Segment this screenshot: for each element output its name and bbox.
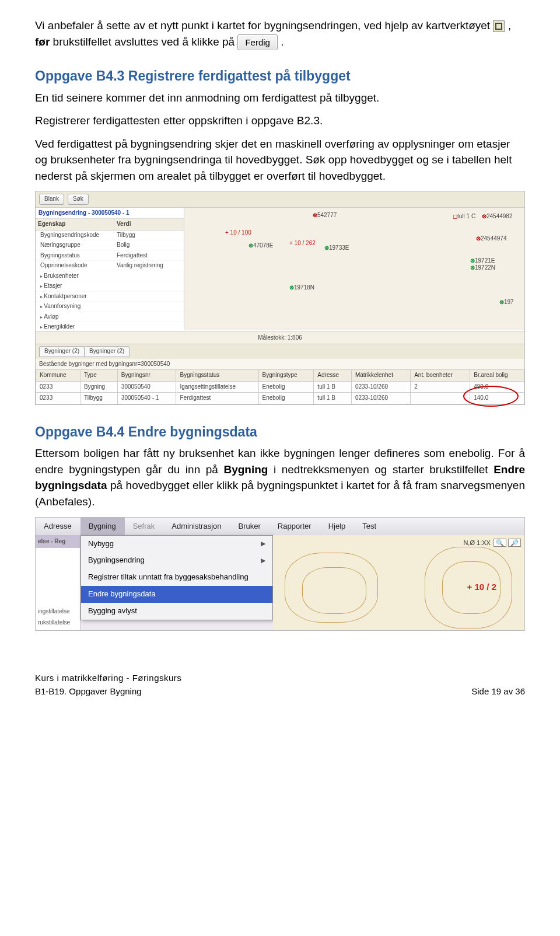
toolbar: Blank Søk (36, 191, 524, 208)
zoom-out-icon[interactable]: 🔎 (508, 539, 521, 547)
dropdown-label: Registrer tiltak unntatt fra byggesaksbe… (88, 572, 249, 583)
property-row[interactable]: NæringsgruppeBolig (36, 240, 184, 251)
dropdown-item[interactable]: Bygging avlyst (81, 603, 272, 620)
menu-item-administrasjon[interactable]: Administrasjon (163, 518, 230, 536)
sok-button[interactable]: Søk (68, 194, 89, 205)
square-marker-icon: ◻ (453, 213, 457, 219)
table-header[interactable]: Br.areal bolig (470, 370, 524, 382)
property-row[interactable]: BygningsstatusFerdigattest (36, 251, 184, 261)
table-cell: 2 (411, 381, 470, 393)
group-label: Kontaktpersoner (36, 292, 114, 302)
menu-item-rapporter[interactable]: Rapporter (270, 518, 320, 536)
screenshot-menu-dropdown: AdresseBygningSefrakAdministrasjonBruker… (35, 517, 525, 631)
map-label: + 10 / 100 (225, 229, 251, 236)
map-point[interactable]: ◻tull 1 C (453, 212, 475, 221)
submenu-arrow-icon: ▶ (261, 556, 265, 565)
map-point[interactable]: ⊗47078E (249, 242, 273, 250)
table-row[interactable]: 0233Bygning300050540Igangsettingstillate… (36, 381, 524, 393)
zoom-in-icon[interactable]: 🔍 (494, 539, 506, 547)
map-label: 542777 (317, 212, 337, 218)
group-label: Avløp (36, 312, 114, 322)
map-label: + 10 / 262 (289, 240, 316, 246)
b43-p2: Registrerer ferdigattesten etter oppskri… (35, 113, 525, 129)
table-header[interactable]: Ant. boenheter (411, 370, 470, 382)
property-row[interactable]: OpprinnelseskodeVanlig registrering (36, 261, 184, 271)
dropdown-item[interactable]: Endre bygningsdata (81, 586, 272, 603)
b44-p1: Ettersom boligen har fått ny bruksenhet … (35, 445, 525, 509)
table-header[interactable]: Kommune (36, 370, 80, 382)
table-header[interactable]: Matrikkelenhet (351, 370, 410, 382)
menu-item-bruker[interactable]: Bruker (230, 518, 270, 536)
cross-marker-icon: ⊗ (289, 284, 294, 291)
intro-text-d: brukstilfellet avsluttes ved å klikke på (53, 36, 238, 48)
map-point[interactable]: ⊗19722N (470, 264, 495, 273)
contour-line (302, 567, 366, 614)
dropdown-item[interactable]: Nybygg▶ (81, 536, 272, 553)
menu-item-sefrak[interactable]: Sefrak (125, 518, 164, 536)
table-row[interactable]: 0233Tilbygg300050540 - 1FerdigattestEneb… (36, 393, 524, 404)
property-header: Egenskap Verdi (36, 219, 184, 230)
intro-text-e: . (281, 36, 284, 48)
property-group[interactable]: Etasjer (36, 281, 184, 292)
group-label: Bruksenheter (36, 271, 114, 281)
footer-section: B1-B19. Oppgaver Bygning (35, 685, 142, 698)
scale-label: Målestokk: (258, 334, 286, 341)
table-cell: Enebolig (258, 393, 314, 404)
left-item (36, 548, 80, 571)
property-group[interactable]: Energikilder (36, 322, 184, 330)
cross-marker-icon: ⊗ (324, 245, 329, 251)
table-header[interactable]: Bygningsstatus (176, 370, 258, 382)
group-label: Etasjer (36, 281, 114, 291)
table-header[interactable]: Bygningstype (258, 370, 314, 382)
property-group[interactable]: Vannforsyning (36, 302, 184, 312)
panel-title: Bygningsendring - 300050540 - 1 (36, 208, 184, 219)
footer-page: Side 19 av 36 (471, 685, 525, 698)
map-background: N,Ø 1:XX 🔍 🔎 + 10 / 2 (273, 535, 524, 630)
map-point[interactable]: ⊗542777 (313, 211, 337, 220)
map-point[interactable]: ⊗19733E (324, 244, 349, 253)
map-label: 19722N (475, 264, 495, 271)
table-header[interactable]: Adresse (314, 370, 352, 382)
left-item: ingstillatelse (36, 606, 80, 617)
map-label: 19721E (475, 257, 495, 264)
tab-bygninger[interactable]: Bygninger (2) (39, 346, 85, 357)
map-point[interactable]: ⊗197 (499, 298, 514, 307)
cross-marker-icon: ⊗ (476, 235, 481, 242)
table-wrap: KommuneTypeBygningsnrBygningsstatusBygni… (36, 369, 524, 404)
map-point[interactable]: ⊗24544974 (476, 235, 507, 243)
property-group[interactable]: Bruksenheter (36, 271, 184, 282)
menu-item-adresse[interactable]: Adresse (36, 518, 80, 536)
menu-item-hjelp[interactable]: Hjelp (320, 518, 355, 536)
b43-p3: Ved ferdigattest på bygningsendring skje… (35, 136, 525, 184)
map-label: tull 1 C (457, 213, 475, 219)
dropdown-item[interactable]: Bygningsendring▶ (81, 552, 272, 569)
ferdig-button[interactable]: Ferdig (237, 34, 278, 51)
col-verdi: Verdi (114, 219, 184, 230)
dropdown-item[interactable]: Registrer tiltak unntatt fra byggesaksbe… (81, 569, 272, 586)
intro-bold: før (35, 36, 50, 48)
map-label: 24544974 (481, 235, 507, 242)
tab-bygninger[interactable]: Bygninger (2) (84, 346, 130, 357)
prop-key: Næringsgruppe (36, 240, 114, 250)
map-point[interactable]: ⊗24544982 (482, 212, 513, 221)
prop-key: Opprinnelseskode (36, 261, 114, 271)
menu-item-test[interactable]: Test (354, 518, 385, 536)
table-header[interactable]: Type (80, 370, 118, 382)
map-point[interactable]: + 10 / 100 (225, 229, 251, 238)
map-panel[interactable]: ⊗542777+ 10 / 100⊗47078E+ 10 / 262⊗19733… (184, 208, 524, 330)
map-point[interactable]: ⊗19718N (289, 284, 314, 292)
table-header[interactable]: Bygningsnr (117, 370, 176, 382)
left-strip-header: else - Reg (36, 535, 80, 549)
menu-item-bygning[interactable]: Bygning (80, 518, 125, 536)
highlight-circle-icon (463, 386, 519, 407)
property-group[interactable]: Kontaktpersoner (36, 292, 184, 302)
table-cell: 0233 (36, 393, 80, 404)
property-group[interactable]: Avløp (36, 312, 184, 323)
property-row[interactable]: BygningsendringskodeTilbygg (36, 230, 184, 241)
buildings-table: KommuneTypeBygningsnrBygningsstatusBygni… (36, 369, 524, 404)
blank-button[interactable]: Blank (39, 194, 64, 205)
table-cell: Igangsettingstillatelse (176, 381, 258, 393)
col-egenskap: Egenskap (36, 219, 114, 230)
footer-course: Kurs i matrikkelføring - Føringskurs (35, 672, 525, 684)
map-point[interactable]: + 10 / 262 (289, 239, 316, 248)
